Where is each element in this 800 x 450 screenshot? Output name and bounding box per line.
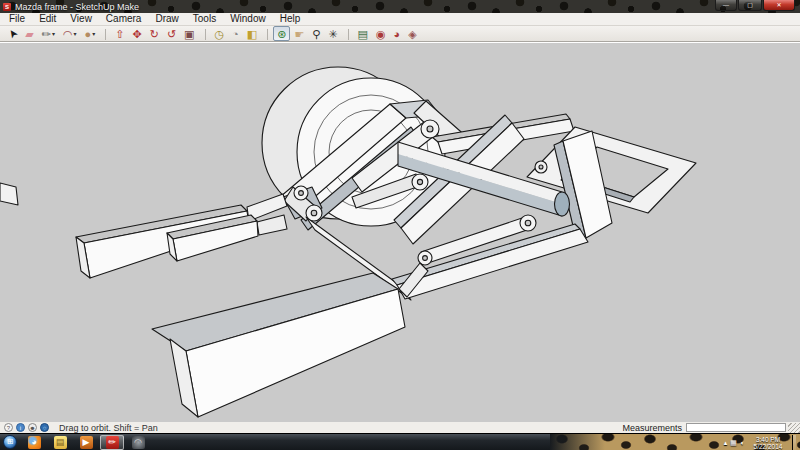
firefox-taskbar-button[interactable]: ◕ bbox=[22, 435, 46, 450]
status-hint: Drag to orbit. Shift = Pan bbox=[59, 423, 158, 433]
zoom-extents-tool[interactable]: ✳ bbox=[324, 26, 341, 41]
chevron-down-icon: ▾ bbox=[52, 30, 55, 37]
select-icon: ➤ bbox=[4, 26, 21, 42]
views-icon: ▤ bbox=[358, 27, 368, 41]
media-player-taskbar-button[interactable]: ▶ bbox=[74, 435, 98, 450]
menu-item-edit[interactable]: Edit bbox=[32, 13, 63, 25]
media-player-icon: ▶ bbox=[80, 436, 93, 449]
rotate-icon: ↻ bbox=[150, 27, 159, 41]
orbit-tool[interactable]: ⊛ bbox=[273, 26, 290, 41]
window-title: Mazda frame - SketchUp Make bbox=[15, 2, 139, 12]
system-tray: ▴▦◖ 3:40 PM 5/22/2014 bbox=[724, 434, 796, 450]
offset-tool[interactable]: ↺ bbox=[163, 26, 180, 41]
eraser-tool[interactable]: ▰ bbox=[21, 26, 37, 41]
menu-item-view[interactable]: View bbox=[63, 13, 99, 25]
help-icon[interactable]: ? bbox=[4, 423, 13, 432]
taskbar-apps: ◕▤▶✏◠ bbox=[21, 435, 151, 450]
user-icon[interactable]: ☻ bbox=[28, 423, 37, 432]
shapes-tool[interactable]: ●▾ bbox=[81, 26, 100, 41]
title-bar: S Mazda frame - SketchUp Make — ▢ ✕ bbox=[0, 0, 800, 13]
model-canvas bbox=[0, 43, 800, 422]
start-button[interactable]: ⊞ bbox=[3, 435, 17, 449]
make-component-icon: ▣ bbox=[184, 27, 194, 41]
arc-icon: ◠ bbox=[63, 27, 73, 41]
paint-bucket-tool[interactable]: ◧ bbox=[243, 26, 261, 41]
sketchup-icon: ✏ bbox=[106, 436, 119, 449]
minimize-button[interactable]: — bbox=[715, 0, 737, 11]
move-tool[interactable]: ✥ bbox=[128, 26, 145, 41]
explorer-taskbar-button[interactable]: ▤ bbox=[48, 435, 72, 450]
line-icon: ✏ bbox=[42, 27, 51, 41]
protractor-icon: ◔ bbox=[232, 27, 239, 41]
menu-bar: FileEditViewCameraDrawToolsWindowHelp bbox=[0, 13, 800, 26]
select-tool[interactable]: ➤ bbox=[4, 26, 21, 41]
make-component-tool[interactable]: ▣ bbox=[180, 26, 198, 41]
menu-item-file[interactable]: File bbox=[2, 13, 32, 25]
zoom-tool[interactable]: ⚲ bbox=[308, 26, 324, 41]
shadows-tool[interactable]: ◉ bbox=[372, 26, 390, 41]
sketchup-logo-icon: S bbox=[3, 3, 11, 11]
menu-item-draw[interactable]: Draw bbox=[148, 13, 185, 25]
zoom-icon: ⚲ bbox=[312, 27, 320, 41]
sketchup-window: S Mazda frame - SketchUp Make — ▢ ✕ File… bbox=[0, 0, 800, 450]
show-desktop-button[interactable] bbox=[792, 435, 796, 450]
measurements-input[interactable] bbox=[686, 423, 786, 432]
shapes-icon: ● bbox=[85, 27, 92, 41]
tray-icons: ▴▦◖ bbox=[724, 439, 744, 447]
offset-icon: ↺ bbox=[167, 27, 176, 41]
styles-tool[interactable]: ◕ bbox=[390, 26, 405, 41]
clock-time: 3:40 PM bbox=[756, 436, 780, 443]
status-bar: ?i☻○ Drag to orbit. Shift = Pan Measurem… bbox=[0, 421, 800, 433]
clock-date: 5/22/2014 bbox=[754, 443, 783, 450]
maximize-button[interactable]: ▢ bbox=[738, 0, 762, 11]
swirl-app-icon: ◠ bbox=[132, 436, 145, 449]
firefox-icon: ◕ bbox=[28, 436, 41, 449]
menu-item-camera[interactable]: Camera bbox=[99, 13, 149, 25]
volume-icon[interactable]: ◖ bbox=[740, 439, 744, 447]
close-button[interactable]: ✕ bbox=[763, 0, 795, 11]
zoom-extents-icon: ✳ bbox=[328, 27, 337, 41]
resize-grip-icon[interactable] bbox=[788, 423, 800, 433]
model-viewport[interactable] bbox=[0, 42, 800, 421]
orbit-icon: ⊛ bbox=[277, 27, 286, 41]
arc-tool[interactable]: ◠▾ bbox=[59, 26, 81, 41]
clock[interactable]: 3:40 PM 5/22/2014 bbox=[747, 436, 789, 450]
chevron-down-icon: ▾ bbox=[74, 30, 77, 37]
eraser-icon: ▰ bbox=[25, 27, 33, 41]
menu-item-tools[interactable]: Tools bbox=[186, 13, 223, 25]
taskbar: ⊞ ◕▤▶✏◠ ▴▦◖ 3:40 PM 5/22/2014 bbox=[0, 433, 800, 450]
move-icon: ✥ bbox=[132, 27, 141, 41]
get-models-icon: ◈ bbox=[408, 27, 416, 41]
instructor-icon[interactable]: i bbox=[16, 423, 25, 432]
tape-measure-tool[interactable]: ◷ bbox=[211, 26, 229, 41]
styles-icon: ◕ bbox=[394, 27, 401, 41]
paint-bucket-icon: ◧ bbox=[247, 27, 257, 41]
get-models-tool[interactable]: ◈ bbox=[404, 26, 420, 41]
views-tool[interactable]: ▤ bbox=[354, 26, 372, 41]
chevron-down-icon: ▾ bbox=[92, 30, 95, 37]
tape-measure-icon: ◷ bbox=[215, 27, 225, 41]
network-icon[interactable]: ▦ bbox=[730, 439, 737, 447]
rotate-tool[interactable]: ↻ bbox=[146, 26, 163, 41]
pan-tool[interactable]: ☛ bbox=[290, 26, 308, 41]
push-pull-tool[interactable]: ⇧ bbox=[111, 26, 128, 41]
explorer-icon: ▤ bbox=[54, 436, 67, 449]
globe-icon[interactable]: ○ bbox=[40, 423, 49, 432]
protractor-tool[interactable]: ◔ bbox=[228, 26, 243, 41]
shadows-icon: ◉ bbox=[376, 27, 386, 41]
menu-item-window[interactable]: Window bbox=[223, 13, 273, 25]
status-icons: ?i☻○ bbox=[4, 423, 49, 432]
sketchup-taskbar-button[interactable]: ✏ bbox=[100, 435, 124, 450]
toolbar: ➤▰✏▾◠▾●▾⇧✥↻↺▣◷◔◧⊛☛⚲✳▤◉◕◈ bbox=[0, 26, 800, 42]
tray-expand-icon[interactable]: ▴ bbox=[724, 439, 728, 447]
measurements-label: Measurements bbox=[622, 423, 682, 433]
line-tool[interactable]: ✏▾ bbox=[38, 26, 59, 41]
swirl-app-taskbar-button[interactable]: ◠ bbox=[126, 435, 150, 450]
menu-item-help[interactable]: Help bbox=[273, 13, 308, 25]
push-pull-icon: ⇧ bbox=[115, 27, 124, 41]
pan-icon: ☛ bbox=[294, 27, 304, 41]
